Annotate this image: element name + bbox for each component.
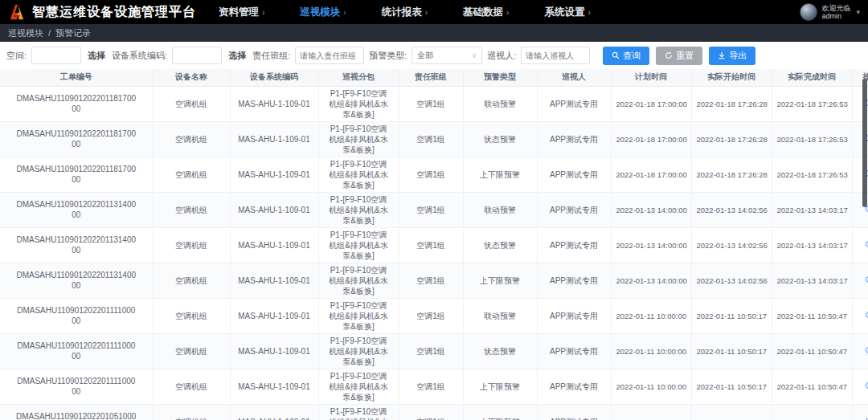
export-button[interactable]: 导出 xyxy=(709,47,755,65)
download-icon xyxy=(718,51,726,59)
table-cell: 2022-01-13 14:03:17 xyxy=(772,227,852,263)
table-cell: 空调机组 xyxy=(153,157,230,192)
table-cell: 上下限预警 xyxy=(463,369,537,404)
scrollbar-thumb[interactable] xyxy=(862,79,867,207)
table-cell: P1-[F9-F10空调机组&排风机&水泵&板换] xyxy=(318,298,399,333)
table-cell: MAS-AHU-1-109-01 xyxy=(230,333,318,369)
table-row: DMASAHU11090120220113140000空调机组MAS-AHU-1… xyxy=(0,263,868,298)
column-header: 预警类型 xyxy=(463,69,537,86)
table-cell: 空调机组 xyxy=(153,369,230,404)
table-cell: APP测试专用 xyxy=(537,192,611,227)
table-cell: 空调机组 xyxy=(153,121,230,157)
table-cell: 空调1组 xyxy=(399,263,463,298)
space-input[interactable] xyxy=(31,47,81,64)
table-cell: 2022-01-18 17:26:53 xyxy=(772,121,852,157)
app-logo-icon xyxy=(8,3,26,21)
table-cell: APP测试专用 xyxy=(537,333,611,369)
table-cell: APP测试专用 xyxy=(537,86,611,121)
table-cell: 2022-01-18 17:26:28 xyxy=(691,157,772,192)
table-cell: 上下限预警 xyxy=(463,157,537,192)
table-row: DMASAHU11090120220118170000空调机组MAS-AHU-1… xyxy=(0,86,868,121)
table-cell: DMASAHU11090120220113140000 xyxy=(0,263,153,298)
alert-type-select[interactable]: 全部 ∨ xyxy=(411,47,482,64)
table-cell: DMASAHU11090120220111100000 xyxy=(0,298,153,333)
breadcrumb: 巡视模块 / 预警记录 xyxy=(0,24,868,42)
username: admin xyxy=(821,12,850,20)
view-detail-button[interactable] xyxy=(865,381,868,389)
table-cell: 空调机组 xyxy=(153,192,230,227)
column-header: 巡视人 xyxy=(537,69,611,86)
table-cell: 2022-01-13 14:02:56 xyxy=(691,263,772,298)
table-cell: P1-[F9-F10空调机组&排风机&水泵&板换] xyxy=(318,263,399,298)
table-cell: P1-[F9-F10空调机组&排风机&水泵&板换] xyxy=(318,369,399,404)
table-cell: 2022-01-18 17:26:53 xyxy=(772,157,852,192)
avatar xyxy=(800,3,817,21)
table-row: DMASAHU11090120220111100000空调机组MAS-AHU-1… xyxy=(0,298,868,333)
table-cell: 2022-01-05 10:01:13 xyxy=(691,404,772,420)
table-cell: 空调机组 xyxy=(153,333,230,369)
breadcrumb-separator: / xyxy=(48,28,51,38)
table-cell: 上下限预警 xyxy=(463,263,537,298)
table-cell: 2022-01-13 14:02:56 xyxy=(691,227,772,263)
table-cell: P1-[F9-F10空调机组&排风机&水泵&板换] xyxy=(318,333,399,369)
table-cell: 2022-01-18 17:00:00 xyxy=(611,157,691,192)
table-cell: 空调机组 xyxy=(153,86,230,121)
table-cell: 空调机组 xyxy=(153,404,230,420)
table-cell: P1-[F9-F10空调机组&排风机&水泵&板换] xyxy=(318,121,399,157)
table-header-row: 工单编号设备名称设备系统编码巡视分包责任班组预警类型巡视人计划时间实际开始时间实… xyxy=(0,69,868,86)
table-cell: 上下限预警 xyxy=(463,404,537,420)
column-header: 设备系统编码 xyxy=(230,69,318,86)
table-cell: 2022-01-13 14:00:00 xyxy=(611,263,691,298)
user-menu[interactable]: 欢迎光临 admin ▾ xyxy=(800,3,860,21)
table-cell: MAS-AHU-1-109-01 xyxy=(230,192,318,227)
alerts-table-wrap: 工单编号设备名称设备系统编码巡视分包责任班组预警类型巡视人计划时间实际开始时间实… xyxy=(0,69,868,420)
table-cell: MAS-AHU-1-109-01 xyxy=(230,227,318,263)
table-cell: 2022-01-11 10:50:47 xyxy=(772,298,852,333)
table-cell: DMASAHU11090120220118170000 xyxy=(0,86,153,121)
table-cell: 空调1组 xyxy=(399,333,463,369)
chevron-down-icon: ▾ xyxy=(856,8,860,16)
nav-item-system-settings[interactable]: 系统设置› xyxy=(544,6,590,19)
column-header: 实际开始时间 xyxy=(691,69,772,86)
nav-item-basic-data[interactable]: 基础数据› xyxy=(463,6,509,19)
chevron-down-icon: ∨ xyxy=(472,51,477,59)
inspector-input[interactable] xyxy=(521,47,590,64)
table-cell: 空调1组 xyxy=(399,404,463,420)
reset-button[interactable]: 重置 xyxy=(656,47,702,65)
view-detail-button[interactable] xyxy=(865,417,868,420)
table-cell: P1-[F9-F10空调机组&排风机&水泵&板换] xyxy=(318,227,399,263)
table-row: DMASAHU11090120220111100000空调机组MAS-AHU-1… xyxy=(0,333,868,369)
table-cell: 2022-01-11 10:50:17 xyxy=(691,298,772,333)
table-cell: 空调1组 xyxy=(399,192,463,227)
device-code-select-button[interactable]: 选择 xyxy=(227,50,248,62)
table-cell: 空调1组 xyxy=(399,86,463,121)
search-button[interactable]: 查询 xyxy=(603,47,649,65)
nav-item-data-management[interactable]: 资料管理› xyxy=(219,6,264,19)
table-cell: 2022-01-18 17:26:28 xyxy=(691,86,772,121)
table-cell: 2022-01-11 10:50:47 xyxy=(772,369,852,404)
table-cell: 空调1组 xyxy=(399,157,463,192)
table-cell: 2022-01-13 14:03:17 xyxy=(772,192,852,227)
team-label: 责任班组: xyxy=(252,50,290,62)
table-cell: MAS-AHU-1-109-01 xyxy=(230,404,318,420)
nav-item-patrol-module[interactable]: 巡视模块› xyxy=(300,6,346,19)
table-row: DMASAHU11090120220118170000空调机组MAS-AHU-1… xyxy=(0,157,868,192)
column-header: 设备名称 xyxy=(153,69,230,86)
nav-item-statistics-report[interactable]: 统计报表› xyxy=(382,6,428,19)
breadcrumb-section[interactable]: 巡视模块 xyxy=(8,27,43,39)
table-cell: 联动预警 xyxy=(463,298,537,333)
table-cell: DMASAHU11090120220113140000 xyxy=(0,227,153,263)
table-row: DMASAHU11090120220113140000空调机组MAS-AHU-1… xyxy=(0,192,868,227)
table-cell: 2022-01-11 10:00:00 xyxy=(611,369,691,404)
table-cell: 2022-01-18 17:00:00 xyxy=(611,86,691,121)
table-cell: 2022-01-11 10:50:47 xyxy=(772,333,852,369)
space-select-button[interactable]: 选择 xyxy=(86,50,107,62)
chevron-right-icon: › xyxy=(262,8,264,17)
table-cell: 状态预警 xyxy=(463,333,537,369)
table-cell: APP测试专用 xyxy=(537,263,611,298)
table-cell: MAS-AHU-1-109-01 xyxy=(230,157,318,192)
table-cell: DMASAHU11090120220113140000 xyxy=(0,192,153,227)
table-cell: 2022-01-13 14:02:56 xyxy=(691,192,772,227)
device-code-input[interactable] xyxy=(172,47,222,64)
team-input[interactable] xyxy=(295,47,364,64)
